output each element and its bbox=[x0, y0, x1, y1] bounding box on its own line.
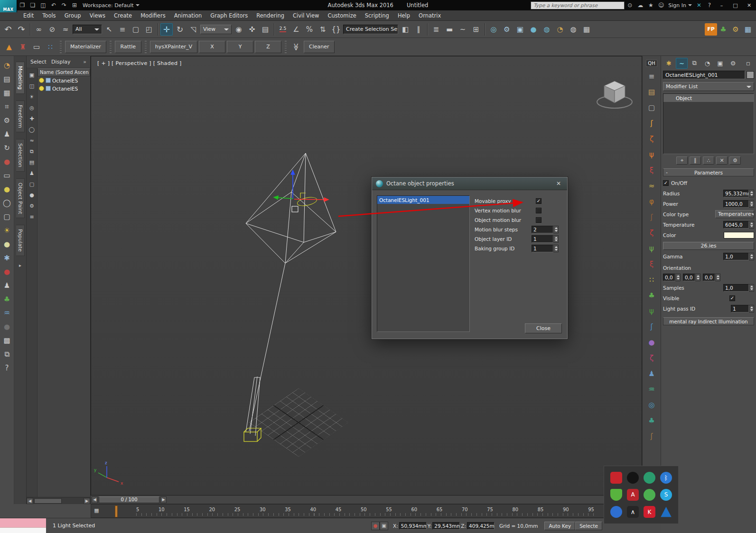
time-marker[interactable] bbox=[115, 505, 118, 517]
sign-in-menu[interactable]: Sign In bbox=[666, 2, 694, 9]
tray-uparrow-icon[interactable] bbox=[627, 506, 639, 518]
select-link-icon[interactable] bbox=[33, 23, 45, 36]
grid-plugin-icon[interactable] bbox=[742, 23, 754, 36]
orientation-z-value[interactable]: 0,0 bbox=[703, 274, 715, 281]
visible-checkbox[interactable] bbox=[729, 295, 735, 301]
mirror-icon[interactable] bbox=[399, 23, 411, 36]
se-bones-icon[interactable] bbox=[28, 169, 36, 177]
ox-flame-icon[interactable] bbox=[645, 148, 658, 161]
render-production-icon[interactable] bbox=[527, 23, 540, 36]
table-tool-icon[interactable] bbox=[1, 102, 13, 111]
y-button[interactable]: Y bbox=[227, 41, 253, 53]
ox-box-icon[interactable] bbox=[645, 101, 658, 114]
se-spacewarps-icon[interactable] bbox=[28, 137, 36, 145]
show-end-result-icon[interactable] bbox=[690, 156, 701, 165]
se-groups-icon[interactable] bbox=[28, 147, 36, 156]
menu-customize[interactable]: Customize bbox=[323, 10, 360, 20]
wave-tool-icon[interactable] bbox=[1, 308, 13, 318]
scroll-left-icon[interactable]: ◀ bbox=[27, 498, 33, 504]
se-cameras-icon[interactable] bbox=[28, 104, 36, 112]
selection-lock-icon[interactable]: ▣ bbox=[380, 522, 388, 530]
scroll-thumb[interactable] bbox=[34, 498, 62, 504]
se-menu-select[interactable]: Select bbox=[30, 59, 47, 65]
tab-utilities-icon[interactable] bbox=[727, 58, 739, 69]
rotate-tool-icon[interactable] bbox=[174, 23, 186, 36]
maximize-button[interactable]: □ bbox=[728, 0, 742, 10]
window-crossing-icon[interactable] bbox=[143, 23, 155, 36]
baking-group-id-arrows[interactable] bbox=[553, 245, 559, 252]
image-tool-icon[interactable] bbox=[1, 74, 13, 84]
se-row-light2[interactable]: OctaneIES bbox=[37, 84, 90, 92]
menu-views[interactable]: Views bbox=[85, 10, 110, 20]
plugin-dots-icon[interactable] bbox=[44, 41, 56, 53]
walk-tool-icon[interactable] bbox=[1, 281, 13, 290]
z-coord-field[interactable]: 409,425mm bbox=[467, 522, 495, 530]
tab-motion-icon[interactable] bbox=[701, 58, 713, 69]
se-shapes-icon[interactable] bbox=[28, 126, 36, 134]
dialog-list-item-selected[interactable]: OctaneIESLight_001 bbox=[377, 196, 469, 204]
ies-file-button[interactable]: 26.ies bbox=[663, 242, 754, 250]
sun-tool-icon[interactable] bbox=[1, 226, 13, 235]
light-pass-value[interactable]: 1 bbox=[731, 305, 749, 312]
ox-ribbon-icon[interactable] bbox=[645, 164, 658, 176]
layer-manager-icon[interactable] bbox=[430, 23, 442, 36]
temperature-spin-arrows[interactable] bbox=[749, 221, 754, 229]
power-spin-arrows[interactable] bbox=[749, 200, 754, 208]
tab-modify-icon[interactable] bbox=[676, 58, 688, 69]
z-button[interactable]: Z bbox=[255, 41, 281, 53]
qh-button[interactable]: QH bbox=[646, 60, 657, 67]
power-value[interactable]: 1000,0 bbox=[723, 200, 749, 208]
ox-drip-icon[interactable] bbox=[645, 258, 658, 270]
menu-help[interactable]: Help bbox=[393, 10, 414, 20]
ox-list-icon[interactable] bbox=[645, 70, 658, 83]
ox-cell-icon[interactable] bbox=[645, 399, 658, 411]
menu-graph-editors[interactable]: Graph Editors bbox=[206, 10, 252, 20]
plugin-b-icon[interactable] bbox=[17, 41, 29, 53]
samples-value[interactable]: 1,0 bbox=[723, 284, 749, 292]
orientation-x-value[interactable]: 0,0 bbox=[663, 274, 675, 281]
gamma-spinner[interactable]: 1,0 bbox=[723, 253, 754, 260]
schematic-view-icon[interactable] bbox=[470, 23, 482, 36]
menu-tools[interactable]: Tools bbox=[38, 10, 60, 20]
se-list-icon[interactable] bbox=[28, 213, 36, 221]
render-globe-icon[interactable] bbox=[567, 23, 579, 36]
gamma-spin-arrows[interactable] bbox=[749, 253, 754, 260]
modifier-list-dropdown[interactable]: Modifier List bbox=[663, 82, 754, 91]
cleaner-button[interactable]: Cleaner bbox=[304, 41, 335, 53]
tray-shield-icon[interactable] bbox=[610, 489, 622, 501]
color-type-dropdown[interactable]: Temperature bbox=[715, 210, 754, 218]
tree-plugin-icon[interactable] bbox=[717, 23, 729, 36]
orientation-y-value[interactable]: 0,0 bbox=[683, 274, 695, 281]
menu-modifiers[interactable]: Modifiers bbox=[136, 10, 170, 20]
maxscript-mini-listener[interactable] bbox=[0, 518, 46, 533]
transform-gizmo[interactable] bbox=[274, 170, 328, 200]
spinner-snap-icon[interactable] bbox=[317, 23, 329, 36]
ox-figure-icon[interactable] bbox=[645, 368, 658, 380]
track-bar[interactable]: 5 10 15 20 25 30 35 40 45 50 55 60 65 70… bbox=[91, 504, 642, 518]
chevron-double-down-icon[interactable] bbox=[290, 41, 302, 53]
x-button[interactable]: X bbox=[199, 41, 225, 53]
save-file-icon[interactable] bbox=[38, 0, 48, 10]
tab-create-icon[interactable] bbox=[663, 58, 675, 69]
ox-strand-icon[interactable] bbox=[645, 133, 658, 145]
plugin-a-icon[interactable] bbox=[3, 41, 15, 53]
stack-item-object[interactable]: Object bbox=[663, 94, 754, 102]
time-slider[interactable]: ◀ 0 / 100 ▶ bbox=[91, 496, 642, 504]
pie-tool-icon[interactable] bbox=[1, 61, 13, 70]
se-overflow-icon[interactable]: » bbox=[83, 59, 86, 65]
edit-selection-sets-icon[interactable] bbox=[330, 23, 342, 36]
close-button[interactable]: ✕ bbox=[742, 0, 756, 10]
object-color-swatch[interactable] bbox=[747, 71, 754, 79]
move-tool-icon[interactable] bbox=[160, 23, 173, 36]
tray-bluetooth-icon[interactable] bbox=[660, 472, 672, 484]
se-empty-area[interactable] bbox=[37, 92, 90, 497]
ribbon-tab-freeform[interactable]: Freeform bbox=[16, 101, 25, 132]
vertex-motion-blur-checkbox[interactable] bbox=[536, 208, 541, 213]
se-helpers-icon[interactable] bbox=[28, 115, 36, 123]
pivot-center-icon[interactable] bbox=[233, 23, 245, 36]
hammer-tool-icon[interactable] bbox=[1, 116, 13, 125]
samples-spinner[interactable]: 1,0 bbox=[723, 284, 754, 292]
help-icon[interactable] bbox=[704, 0, 715, 10]
forestpack-icon[interactable]: FP bbox=[705, 23, 717, 36]
dialog-object-list[interactable]: OctaneIESLight_001 bbox=[377, 195, 470, 332]
